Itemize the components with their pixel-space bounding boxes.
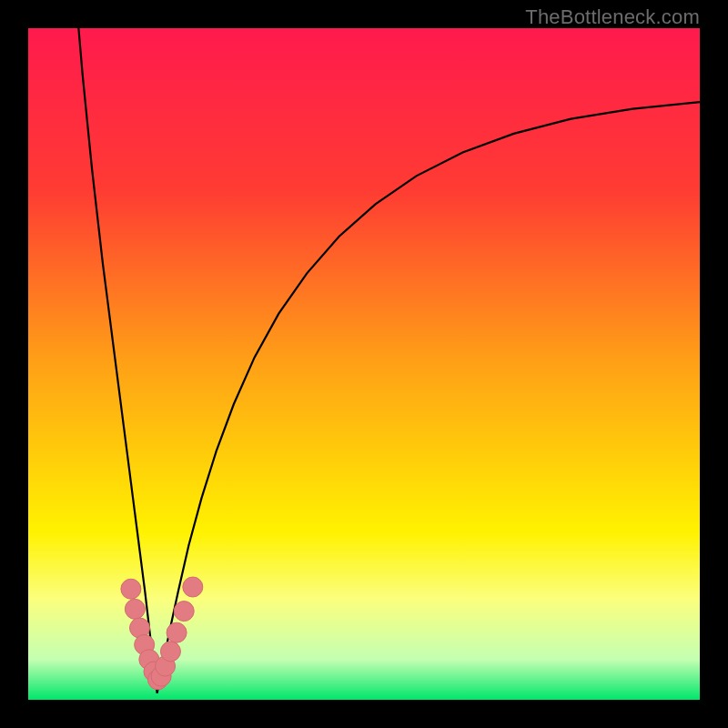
data-marker [183,577,203,597]
data-marker [121,579,141,599]
data-marker [167,622,187,642]
watermark-label: TheBottleneck.com [525,5,700,29]
outer-frame: TheBottleneck.com [0,0,728,728]
data-marker [160,642,180,662]
plot-area [28,28,700,700]
data-marker [174,602,194,622]
data-marker [125,599,145,619]
bottleneck-chart [28,28,700,700]
